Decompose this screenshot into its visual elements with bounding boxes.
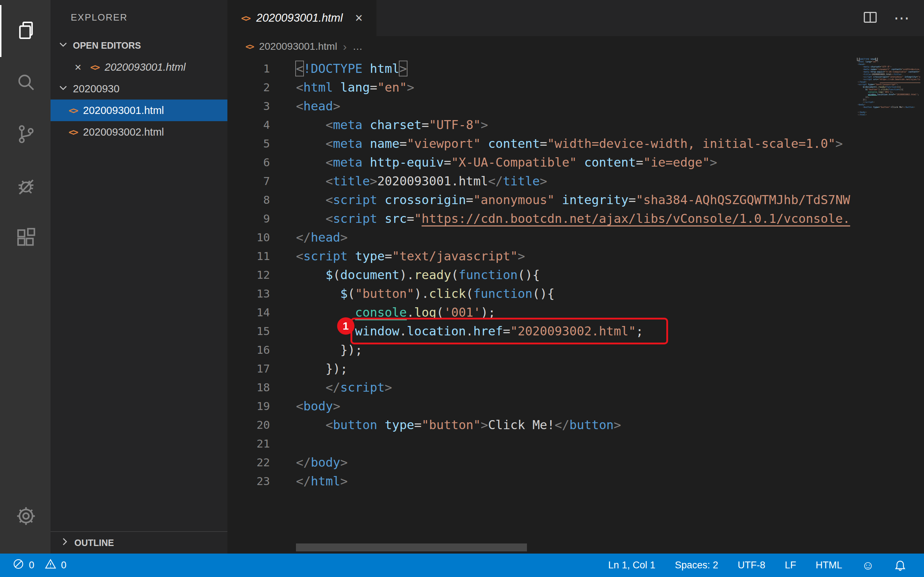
line-number: 6: [228, 153, 270, 172]
problems-indicator[interactable]: 0 0: [7, 558, 72, 573]
code-line: </body>: [856, 111, 921, 113]
activity-explorer[interactable]: [0, 5, 50, 57]
code-token: button: [864, 106, 872, 108]
code-text: window.location.href="2020093002.html";: [856, 93, 919, 95]
cursor-position[interactable]: Ln 1, Col 1: [608, 560, 656, 571]
code-line[interactable]: 12 $(document).ready(function(){: [228, 266, 924, 284]
code-line[interactable]: 20 <button type="button">Click Me!</butt…: [228, 416, 924, 434]
code-line[interactable]: 11<script type="text/javascript">: [228, 247, 924, 266]
code-line: window.location.href="2020093002.html";: [856, 93, 921, 95]
warning-count: 0: [61, 560, 66, 571]
line-number: 7: [228, 172, 270, 190]
code-token: html: [303, 80, 333, 95]
code-token: =: [636, 155, 643, 169]
code-token: <: [326, 211, 333, 226]
code-text: </script>: [270, 378, 392, 397]
code-token: html: [370, 61, 399, 76]
code-token: ;: [918, 93, 919, 95]
activity-settings[interactable]: [0, 491, 50, 543]
activity-extensions[interactable]: [0, 213, 50, 265]
code-token: html: [311, 474, 340, 488]
code-token: "text/javascript": [874, 83, 897, 85]
code-line[interactable]: 8 <script crossorigin="anonymous" integr…: [228, 190, 924, 209]
code-line[interactable]: 15 1window.location.href="2020093002.htm…: [228, 322, 924, 340]
chevron-down-icon: [58, 39, 69, 52]
code-line[interactable]: 6 <meta http-equiv="X-UA-Compatible" con…: [228, 153, 924, 172]
code-token: >: [866, 111, 867, 113]
code-line[interactable]: 17 });: [228, 359, 924, 378]
code-token: });: [296, 343, 362, 357]
code-token: =: [466, 193, 473, 207]
code-token: log: [879, 90, 882, 93]
debug-icon: [15, 175, 37, 199]
code-token: >: [333, 99, 340, 113]
code-token: (){: [900, 88, 903, 90]
extensions-icon: [15, 227, 37, 251]
code-token: >: [864, 63, 866, 65]
code-line: $("button").click(function(){: [856, 88, 921, 90]
code-line[interactable]: 18 </script>: [228, 378, 924, 397]
code-text: <script crossorigin="anonymous" integrit…: [270, 190, 850, 209]
tab-2020093001[interactable]: <> 2020093001.html ×: [228, 0, 376, 36]
more-actions-icon[interactable]: ⋯: [894, 10, 909, 26]
code-token: =: [414, 417, 422, 432]
feedback-smiley-icon[interactable]: ☺: [861, 558, 874, 572]
split-editor-icon[interactable]: [862, 9, 879, 27]
folder-row[interactable]: 20200930: [50, 78, 228, 100]
close-icon[interactable]: ×: [355, 10, 363, 26]
indentation-setting[interactable]: Spaces: 2: [675, 560, 718, 571]
breadcrumb: <> 2020093001.html › …: [228, 36, 924, 57]
minimap[interactable]: <!DOCTYPE html><html lang="en"><head> <m…: [856, 58, 921, 116]
code-token: head: [303, 99, 333, 113]
code-token: title: [503, 174, 540, 188]
close-icon[interactable]: ×: [71, 61, 84, 74]
code-line[interactable]: 13 $("button").click(function(){: [228, 284, 924, 303]
activity-search[interactable]: [0, 57, 50, 109]
code-token: "2020093002.html": [510, 324, 636, 338]
code-line[interactable]: 21: [228, 434, 924, 453]
encoding-setting[interactable]: UTF-8: [738, 560, 766, 571]
eol-setting[interactable]: LF: [785, 560, 796, 571]
code-line[interactable]: 22</body>: [228, 453, 924, 472]
code-line: <script crossorigin="anonymous" integrit…: [856, 76, 921, 78]
code-text: <meta charset="UTF-8">: [856, 65, 892, 68]
code-token: integrity: [905, 76, 916, 78]
code-line[interactable]: 7 <title>2020093001.html</title>: [228, 172, 924, 190]
notifications-bell-icon[interactable]: [894, 559, 907, 572]
code-line[interactable]: 9 <script src="https://cdn.bootcdn.net/a…: [228, 209, 924, 228]
breadcrumb-item-file[interactable]: 2020093001.html: [259, 41, 337, 52]
code-token: [362, 118, 370, 132]
activity-debug[interactable]: [0, 161, 50, 213]
code-token: Click Me!: [488, 417, 554, 432]
code-line[interactable]: 2<html lang="en">: [228, 78, 924, 97]
open-editors-header[interactable]: OPEN EDITORS: [50, 35, 228, 56]
code-token: "X-UA-Compatible": [451, 155, 577, 169]
html-file-icon: <>: [246, 42, 254, 51]
code-token: type: [355, 249, 385, 263]
annotation-box: 1window.location.href="2020093002.html";: [351, 318, 668, 344]
code-editor[interactable]: 1<!DOCTYPE html>2<html lang="en">3<head>…: [228, 57, 924, 554]
language-mode[interactable]: HTML: [816, 560, 842, 571]
code-line[interactable]: 5 <meta name="viewport" content="width=d…: [228, 134, 924, 153]
code-token: ready: [414, 268, 451, 282]
outline-header[interactable]: OUTLINE: [50, 531, 228, 554]
horizontal-scrollbar[interactable]: [296, 543, 527, 551]
open-editor-item[interactable]: ×<>2020093001.html: [50, 56, 228, 78]
breadcrumb-more[interactable]: …: [353, 41, 363, 52]
code-token: =: [399, 136, 407, 151]
code-line[interactable]: 23</html>: [228, 472, 924, 490]
code-line[interactable]: 1<!DOCTYPE html>: [228, 59, 924, 78]
code-text: <!DOCTYPE html>: [856, 58, 877, 60]
code-line[interactable]: 4 <meta charset="UTF-8">: [228, 115, 924, 134]
code-token: .: [407, 305, 414, 319]
code-token: >: [864, 103, 866, 106]
code-text: <body>: [856, 103, 866, 106]
file-tree-item[interactable]: <>2020093002.html: [50, 121, 228, 143]
code-token: "button": [355, 286, 414, 301]
code-line[interactable]: 3<head>: [228, 97, 924, 115]
activity-source-control[interactable]: [0, 109, 50, 161]
code-line[interactable]: 10</head>: [228, 228, 924, 247]
code-line[interactable]: 19<body>: [228, 397, 924, 416]
file-tree-item[interactable]: <>2020093001.html: [50, 100, 228, 121]
code-text: </script>: [856, 101, 874, 103]
